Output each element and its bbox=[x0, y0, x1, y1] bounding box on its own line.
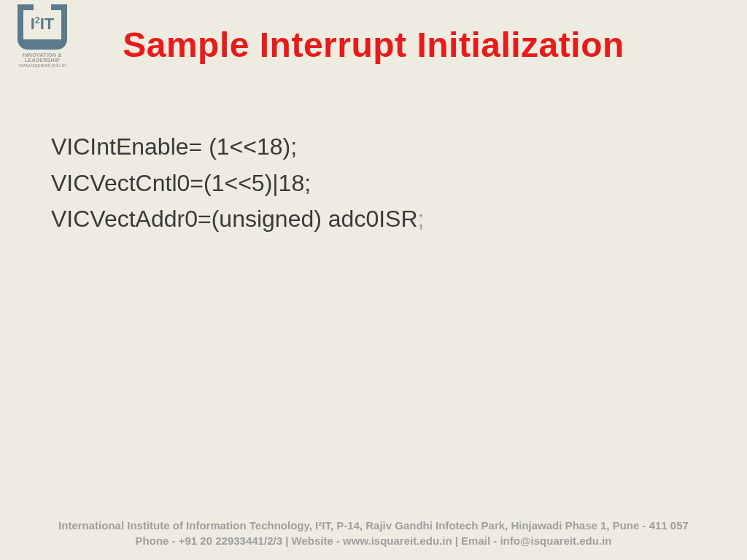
footer: International Institute of Information T… bbox=[0, 518, 747, 548]
code-line-3: VICVectAddr0=(unsigned) adc0ISR; bbox=[51, 201, 747, 238]
logo-url: www.isquareit.edu.in bbox=[6, 63, 79, 68]
footer-address: International Institute of Information T… bbox=[0, 518, 747, 533]
slide-title: Sample Interrupt Initialization bbox=[0, 0, 747, 65]
logo-tagline: INNOVATION & LEADERSHIP bbox=[6, 52, 79, 63]
slide-content: VICIntEnable= (1<<18); VICVectCntl0=(1<<… bbox=[0, 65, 747, 238]
logo-shield-icon: I2IT bbox=[18, 4, 67, 50]
code-line-2: VICVectCntl0=(1<<5)|18; bbox=[51, 166, 747, 202]
logo-text: I2IT bbox=[18, 15, 67, 34]
logo: I2IT INNOVATION & LEADERSHIP www.isquare… bbox=[6, 4, 79, 68]
code-line-1: VICIntEnable= (1<<18); bbox=[51, 129, 747, 166]
footer-contact: Phone - +91 20 22933441/2/3 | Website - … bbox=[0, 533, 747, 548]
